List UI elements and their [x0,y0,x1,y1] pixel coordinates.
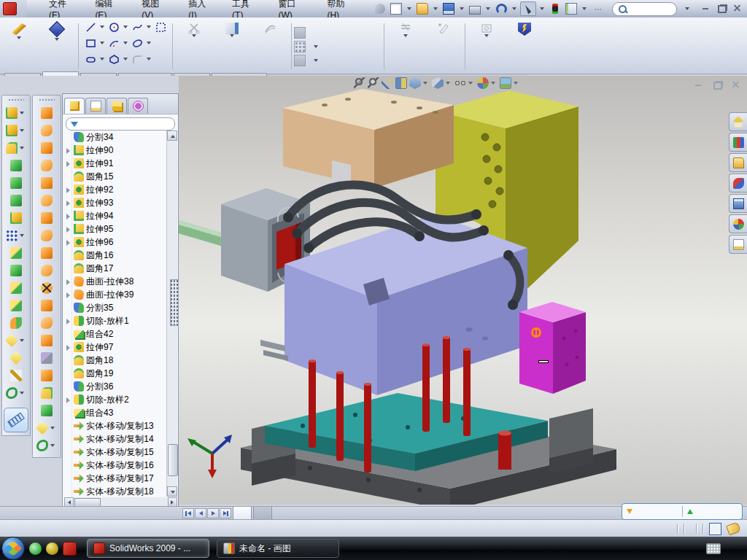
expand-arrow-icon[interactable] [65,475,71,482]
toolbar-button[interactable] [3,262,29,279]
tree-item[interactable]: 拉伸93 [64,196,168,209]
headsup-button[interactable] [454,77,475,89]
quicklaunch-solidworks-icon[interactable] [63,542,77,556]
tree-item[interactable]: 分割34 [64,131,168,144]
headsup-button[interactable] [432,77,452,89]
tree-item[interactable]: 组合43 [64,406,168,419]
open-dropdown-icon[interactable] [433,7,438,10]
tree-item[interactable]: 切除-放样2 [64,393,168,406]
toolbar-button[interactable] [34,104,60,122]
text-sketch-icon[interactable] [154,36,167,50]
expand-arrow-icon[interactable] [65,462,71,469]
toolbar-button[interactable] [34,262,60,279]
toolbar-grip[interactable] [39,98,55,101]
expand-arrow-icon[interactable] [65,279,71,285]
print-dropdown-icon[interactable] [486,7,490,10]
tree-item[interactable]: 曲面-拉伸39 [64,288,168,301]
toolbar-button[interactable] [3,139,29,157]
save-button[interactable] [441,2,456,15]
toolbar-button[interactable] [3,122,29,139]
tree-item[interactable]: 拉伸90 [64,144,168,157]
options-dropdown-icon[interactable] [582,7,587,10]
tree-item[interactable]: 拉伸94 [64,209,168,222]
start-button[interactable] [1,537,25,560]
expand-arrow-icon[interactable] [65,384,71,390]
tree-item[interactable]: 实体-移动/复制17 [64,472,168,485]
next-tab-button[interactable] [207,508,219,518]
open-button[interactable] [415,2,430,15]
toolbar-button[interactable] [34,297,60,314]
3d-model[interactable] [179,89,747,505]
toolbar-button[interactable] [34,139,60,157]
quicklaunch-thunder-icon[interactable] [46,542,58,555]
headsup-button[interactable] [395,77,407,89]
toolbar-button[interactable] [34,384,60,402]
toolbar-button[interactable] [34,122,60,139]
tree-item[interactable]: 分割35 [64,301,168,314]
task-pane-tab[interactable] [729,112,747,131]
toolbar-button[interactable] [34,209,60,227]
task-pane-tab[interactable] [729,194,747,213]
measure-button[interactable] [4,408,28,432]
tree-item[interactable]: 实体-移动/复制13 [64,419,168,432]
toolbar-button[interactable] [3,349,29,367]
tab-featuremanager-tree[interactable] [64,98,85,114]
quicklaunch-messenger-icon[interactable] [29,542,42,555]
expand-arrow-icon[interactable] [65,134,71,141]
sketch-dropdown-icon[interactable] [17,36,21,39]
toolbar-button[interactable] [34,437,60,454]
expand-arrow-icon[interactable] [65,252,71,259]
toolbar-button[interactable] [3,192,29,209]
toolbar-button[interactable] [3,384,29,402]
circle-dropdown-icon[interactable] [123,26,128,28]
task-pane-tab[interactable] [729,133,747,152]
expand-arrow-icon[interactable] [65,213,71,219]
rectangle-dropdown-icon[interactable] [100,42,104,44]
undo-button[interactable] [494,2,508,15]
spline-sketch-icon[interactable] [131,20,144,34]
headsup-button[interactable] [354,77,365,89]
expand-arrow-icon[interactable] [65,489,71,495]
rapid-sketch-button[interactable] [506,19,543,74]
select-button[interactable] [520,1,536,16]
help-dropdown-icon[interactable] [685,7,689,10]
taskbar-button-paint[interactable]: 未命名 - 画图 [217,539,339,558]
tree-item[interactable]: 实体-移动/复制15 [64,446,168,459]
toolbar-grip[interactable] [8,98,24,101]
toolbar-button[interactable] [34,419,60,437]
part-slide-block[interactable] [519,302,586,394]
part-top-plate[interactable] [283,89,454,188]
tree-filter-input[interactable] [66,117,175,131]
arc-sketch-icon[interactable] [107,36,120,50]
expand-arrow-icon[interactable] [65,226,71,233]
new-dropdown-icon[interactable] [407,7,411,10]
taskbar-button-solidworks[interactable]: SolidWorks 2009 - ... [87,539,209,558]
toolbar-button[interactable] [3,227,29,244]
tree-item[interactable]: 圆角18 [64,354,168,367]
expand-arrow-icon[interactable] [65,449,71,456]
toolbar-button[interactable] [34,402,60,419]
tree-item[interactable]: 圆角19 [64,367,168,380]
tab-motion-study[interactable] [253,507,272,520]
slot-dropdown-icon[interactable] [100,58,104,61]
polygon-sketch-icon[interactable] [107,52,120,66]
rectangle-sketch-icon[interactable] [84,36,97,50]
polygon-dropdown-icon[interactable] [123,58,128,61]
expand-arrow-icon[interactable] [65,397,71,403]
expand-arrow-icon[interactable] [65,370,71,377]
expand-arrow-icon[interactable] [65,436,71,443]
tree-item[interactable]: 拉伸95 [64,222,168,236]
doc-close-button[interactable] [731,80,740,89]
toolbar-button[interactable] [34,279,60,297]
tab-model[interactable] [233,507,252,520]
panel-splitter-handle[interactable] [170,279,179,326]
tag-icon[interactable] [726,522,741,536]
scroll-thumb[interactable] [168,444,178,476]
doc-restore-button[interactable] [711,80,724,90]
toolbar-button[interactable] [34,174,60,192]
minimize-button[interactable] [699,4,711,14]
doc-minimize-button[interactable] [692,80,704,90]
quick-tips-icon[interactable] [709,523,721,535]
tree-item[interactable]: 圆角16 [64,249,168,262]
previous-tab-button[interactable] [195,508,206,518]
